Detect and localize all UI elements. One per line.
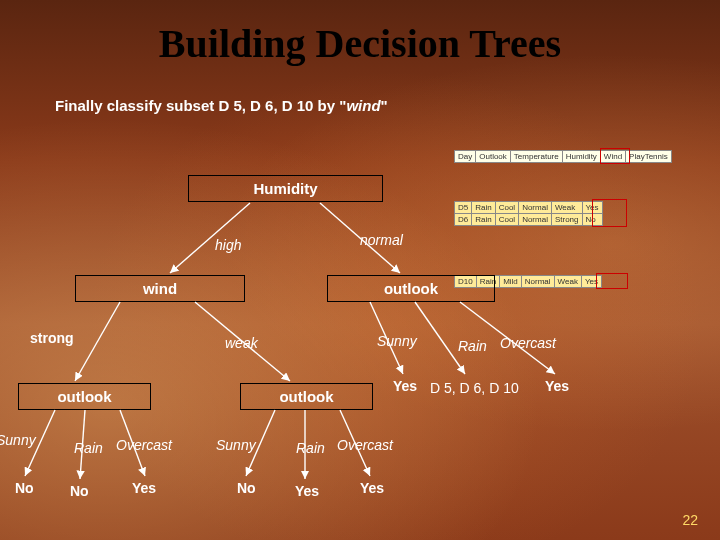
slide-title: Building Decision Trees [0, 0, 720, 67]
subtitle-suffix: " [381, 97, 388, 114]
data-table-header: DayOutlookTemperatureHumidityWindPlayTen… [454, 150, 672, 163]
leaf-yes-r1: Yes [393, 378, 417, 394]
leaf-yes-ll: Yes [132, 480, 156, 496]
highlight-box-wind-header [600, 148, 630, 164]
leaf-no-ll2: No [70, 483, 89, 499]
data-table-top: D5RainCoolNormalWeakYes D6RainCoolNormal… [454, 201, 603, 226]
edge-sunny-lr: Sunny [216, 437, 256, 453]
edge-high: high [215, 237, 241, 253]
edge-overcast-lr: Overcast [337, 437, 393, 453]
highlight-box-wind-top [592, 199, 627, 227]
leaf-no-lr: No [237, 480, 256, 496]
subtitle-prefix: Finally classify subset D 5, D 6, D 10 b… [55, 97, 346, 114]
tree-edges [0, 0, 720, 540]
leaf-subset: D 5, D 6, D 10 [430, 380, 519, 396]
edge-sunny-r: Sunny [377, 333, 417, 349]
node-outlook-ll: outlook [18, 383, 151, 410]
leaf-yes-lr2: Yes [360, 480, 384, 496]
node-wind: wind [75, 275, 245, 302]
page-number: 22 [682, 512, 698, 528]
edge-normal: normal [360, 232, 403, 248]
node-outlook-lr: outlook [240, 383, 373, 410]
edge-strong: strong [30, 330, 74, 346]
edge-overcast-ll: Overcast [116, 437, 172, 453]
node-outlook-right: outlook [327, 275, 495, 302]
svg-line-2 [75, 302, 120, 381]
leaf-no-ll1: No [15, 480, 34, 496]
highlight-box-wind-bottom [596, 273, 628, 289]
subtitle-keyword: wind [346, 97, 380, 114]
edge-rain-r: Rain [458, 338, 487, 354]
edge-rain-ll: Rain [74, 440, 103, 456]
edge-sunny-ll: Sunny [0, 432, 36, 448]
edge-rain-lr: Rain [296, 440, 325, 456]
node-humidity: Humidity [188, 175, 383, 202]
slide-subtitle: Finally classify subset D 5, D 6, D 10 b… [55, 97, 720, 114]
edge-weak: weak [225, 335, 258, 351]
leaf-yes-lr1: Yes [295, 483, 319, 499]
edge-overcast-r: Overcast [500, 335, 556, 351]
leaf-yes-r2: Yes [545, 378, 569, 394]
